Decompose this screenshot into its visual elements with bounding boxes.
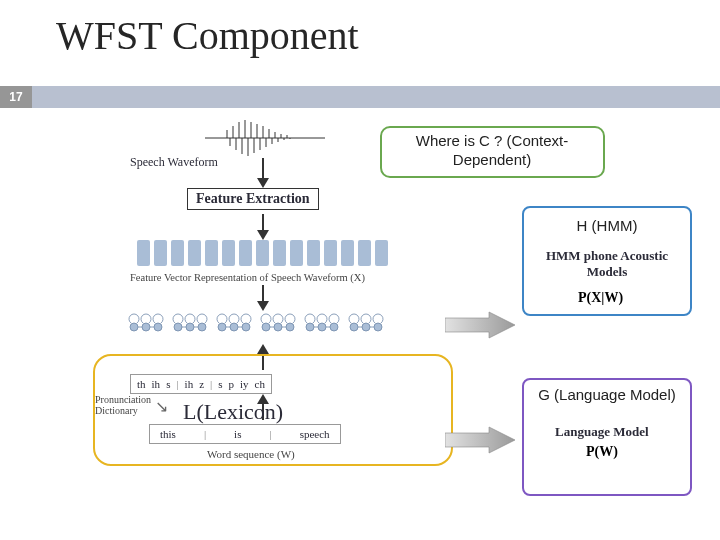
page-title: WFST Component [0,0,720,73]
feature-extraction-box: Feature Extraction [187,188,319,210]
hmm-state-row-graphic [128,312,408,342]
hmm-phone-models-label: HMM phone Acoustic Models [542,248,672,280]
svg-point-49 [306,323,314,331]
language-model-label: Language Model [555,424,649,440]
svg-point-41 [242,323,250,331]
pxw-label: P(X|W) [578,290,623,306]
svg-point-39 [218,323,226,331]
feature-bar [341,240,354,266]
callout-l-lexicon: L(Lexicon) [175,394,291,430]
svg-point-40 [230,323,238,331]
svg-point-56 [374,323,382,331]
svg-point-54 [350,323,358,331]
arrow-down-icon [255,214,271,240]
feature-bar [358,240,371,266]
svg-point-50 [318,323,326,331]
svg-point-35 [186,323,194,331]
feature-bar [171,240,184,266]
feature-bar [239,240,252,266]
svg-point-51 [330,323,338,331]
feature-bar [307,240,320,266]
feature-bar [290,240,303,266]
callout-c-context: Where is C ? (Context-Dependent) [392,128,592,174]
feature-bar [188,240,201,266]
feature-bar [256,240,269,266]
feature-vector-label: Feature Vector Representation of Speech … [130,272,365,283]
svg-point-55 [362,323,370,331]
speech-waveform-label: Speech Waveform [130,155,218,170]
svg-marker-24 [257,178,269,188]
feature-bar [273,240,286,266]
callout-g-lm: G (Language Model) [528,382,686,409]
svg-point-29 [130,323,138,331]
svg-point-44 [262,323,270,331]
feature-bar [324,240,337,266]
feature-bar [222,240,235,266]
svg-point-31 [154,323,162,331]
arrow-down-icon [255,158,271,188]
svg-point-36 [198,323,206,331]
svg-point-34 [174,323,182,331]
feature-bar [137,240,150,266]
svg-marker-28 [257,301,269,311]
slide-number-badge: 17 [0,86,32,108]
pw-label: P(W) [586,444,618,460]
gradient-arrow-right-icon [445,425,515,455]
svg-point-30 [142,323,150,331]
speech-waveform-graphic [205,120,325,156]
arrow-down-icon [255,285,271,311]
feature-bar [375,240,388,266]
svg-point-46 [286,323,294,331]
gradient-arrow-right-icon [445,310,515,340]
feature-bar [205,240,218,266]
svg-marker-26 [257,230,269,240]
svg-point-45 [274,323,282,331]
callout-h-hmm: H (HMM) [526,213,688,240]
title-underline-bar [0,86,720,108]
svg-marker-64 [445,427,515,453]
feature-bar [154,240,167,266]
svg-marker-63 [445,312,515,338]
feature-vector-row [137,240,388,266]
svg-marker-60 [257,344,269,354]
